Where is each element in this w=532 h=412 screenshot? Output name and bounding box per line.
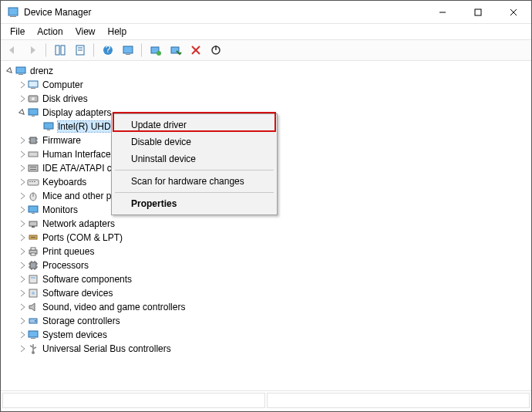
menu-help[interactable]: Help <box>103 25 132 39</box>
tree-label: Computer <box>42 79 83 90</box>
svg-rect-37 <box>29 165 38 171</box>
tree-item-print-queues[interactable]: Print queues <box>5 245 530 258</box>
forward-button[interactable] <box>24 42 41 59</box>
sw-component-icon <box>27 273 39 285</box>
back-button[interactable] <box>4 42 21 59</box>
printer-icon <box>27 245 39 258</box>
svg-text:?: ? <box>106 44 111 55</box>
tree-label: Display adapters <box>42 107 111 118</box>
menu-action[interactable]: Action <box>32 25 67 39</box>
tree-item-sound[interactable]: Sound, video and game controllers <box>5 300 530 314</box>
network-icon <box>27 218 39 230</box>
close-button[interactable] <box>496 1 531 24</box>
tree-item-software-components[interactable]: Software components <box>5 272 530 286</box>
expand-icon[interactable] <box>18 316 27 326</box>
tree-item-storage[interactable]: Storage controllers <box>5 314 530 328</box>
window-title: Device Manager <box>24 7 425 18</box>
sound-icon <box>27 301 39 313</box>
expand-icon[interactable] <box>18 275 27 284</box>
properties-button[interactable] <box>72 42 89 59</box>
tree-item-software-devices[interactable]: Software devices <box>5 286 530 300</box>
expand-icon[interactable] <box>18 177 27 187</box>
computer-icon <box>27 79 39 91</box>
context-separator <box>115 192 274 193</box>
expand-icon[interactable] <box>18 302 27 312</box>
expand-icon[interactable] <box>18 330 27 339</box>
tree-label: IDE ATA/ATAPI co <box>42 163 116 174</box>
enable-device-button[interactable] <box>167 42 184 59</box>
expand-icon[interactable] <box>18 261 27 270</box>
computer-icon <box>15 65 27 77</box>
svg-rect-48 <box>29 221 37 226</box>
tree-label: Firmware <box>42 135 81 146</box>
uninstall-device-button[interactable] <box>187 42 204 59</box>
scan-hardware-button[interactable] <box>120 42 136 59</box>
chip-icon <box>27 134 39 147</box>
expand-icon[interactable] <box>18 205 27 214</box>
collapse-icon[interactable] <box>5 66 15 76</box>
svg-rect-1 <box>10 16 16 17</box>
toolbar-separator <box>45 43 47 57</box>
menu-file[interactable]: File <box>5 25 29 39</box>
context-update-driver[interactable]: Update driver <box>114 117 274 133</box>
tree-item-ports[interactable]: Ports (COM & LPT) <box>5 231 530 245</box>
minimize-button[interactable] <box>425 1 460 24</box>
help-button[interactable]: ? <box>99 42 116 59</box>
svg-rect-14 <box>126 54 130 55</box>
expand-icon[interactable] <box>18 247 27 256</box>
tree-label: Human Interface <box>42 149 111 160</box>
expand-icon[interactable] <box>18 80 27 89</box>
disable-device-button[interactable] <box>207 42 224 59</box>
monitor-icon <box>27 204 39 216</box>
tree-label: Ports (COM & LPT) <box>42 232 123 243</box>
tree-label: Universal Serial Bus controllers <box>42 343 171 354</box>
tree-item-disk-drives[interactable]: Disk drives <box>5 92 530 106</box>
svg-rect-0 <box>8 8 18 15</box>
svg-point-71 <box>35 320 36 322</box>
svg-point-51 <box>31 237 32 238</box>
expand-icon[interactable] <box>18 233 27 242</box>
context-separator <box>115 170 274 171</box>
hid-icon <box>27 148 39 160</box>
system-icon <box>27 329 39 341</box>
tree-root[interactable]: drenz <box>5 64 530 78</box>
tree-label: Software devices <box>42 288 113 299</box>
svg-rect-67 <box>31 277 35 279</box>
context-menu: Update driver Disable device Uninstall d… <box>111 113 278 215</box>
expand-icon[interactable] <box>18 219 27 228</box>
svg-rect-31 <box>30 137 36 144</box>
expand-icon[interactable] <box>18 289 27 298</box>
tree-item-network-adapters[interactable]: Network adapters <box>5 217 530 231</box>
display-adapter-icon <box>42 120 55 133</box>
app-icon <box>7 6 19 19</box>
expand-icon[interactable] <box>18 344 27 353</box>
tree-label: Software components <box>42 274 132 285</box>
disk-icon <box>27 93 39 105</box>
tree-item-processors[interactable]: Processors <box>5 258 530 272</box>
maximize-button[interactable] <box>460 1 496 24</box>
port-icon <box>27 231 39 244</box>
show-hide-console-tree-button[interactable] <box>52 42 69 59</box>
tree-item-system[interactable]: System devices <box>5 328 530 342</box>
expand-icon[interactable] <box>18 150 27 159</box>
tree-item-computer[interactable]: Computer <box>5 78 530 92</box>
svg-rect-13 <box>123 46 133 53</box>
svg-rect-46 <box>29 206 38 212</box>
device-tree-panel: drenz Computer Disk drives Display adapt… <box>1 61 531 391</box>
svg-rect-72 <box>29 331 38 337</box>
expand-icon[interactable] <box>18 164 27 173</box>
context-scan-hardware[interactable]: Scan for hardware changes <box>114 173 274 190</box>
svg-rect-55 <box>31 248 35 250</box>
expand-icon[interactable] <box>18 94 27 103</box>
svg-rect-56 <box>31 253 35 255</box>
menu-view[interactable]: View <box>71 25 100 39</box>
tree-item-usb[interactable]: Universal Serial Bus controllers <box>5 342 530 356</box>
context-disable-device[interactable]: Disable device <box>114 133 274 150</box>
expand-icon[interactable] <box>18 136 27 145</box>
context-properties[interactable]: Properties <box>114 195 274 212</box>
context-uninstall-device[interactable]: Uninstall device <box>114 150 274 167</box>
expand-icon[interactable] <box>18 191 27 201</box>
collapse-icon[interactable] <box>18 108 27 117</box>
svg-rect-43 <box>34 181 35 182</box>
update-driver-button[interactable] <box>147 42 164 59</box>
